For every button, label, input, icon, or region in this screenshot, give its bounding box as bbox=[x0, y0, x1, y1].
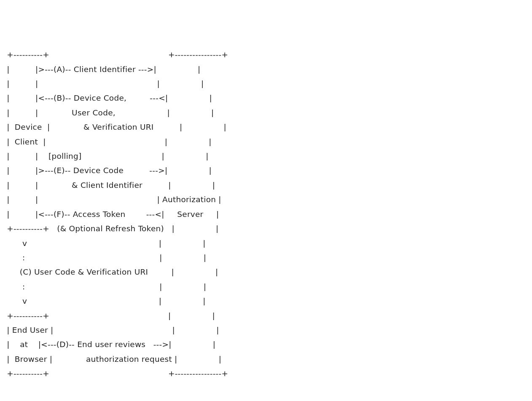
diagram-line: +----------+ | | bbox=[4, 311, 215, 320]
diagram-line: | End User | | | bbox=[4, 326, 219, 334]
diagram-line: | | | | bbox=[4, 79, 204, 88]
diagram-line: (C) User Code & Verification URI | | bbox=[4, 267, 218, 276]
diagram-line: | | | Authorization | bbox=[4, 195, 221, 204]
diagram-line: | Device | & Verification URI | | bbox=[4, 123, 226, 131]
diagram-line: | |>---(A)-- Client Identifier --->| | bbox=[4, 65, 201, 74]
diagram-line: | Browser | authorization request | | bbox=[4, 355, 221, 364]
diagram-line: | Client | | | bbox=[4, 137, 212, 146]
ascii-diagram: +----------+ +----------------+ | |>---(… bbox=[4, 48, 528, 381]
diagram-line: : | | bbox=[4, 282, 206, 291]
diagram-line: +----------+ +----------------+ bbox=[4, 50, 228, 59]
diagram-line: | at |<---(D)-- End user reviews --->| | bbox=[4, 340, 215, 349]
diagram-line: : | | bbox=[4, 253, 206, 262]
diagram-line: v | | bbox=[4, 239, 206, 248]
diagram-line: +----------+ +----------------+ bbox=[4, 369, 228, 378]
diagram-line: | | [polling] | | bbox=[4, 152, 209, 160]
diagram-line: v | | bbox=[4, 297, 206, 305]
diagram-line: | |<---(F)-- Access Token ---<| Server | bbox=[4, 210, 219, 219]
diagram-line: | |>---(E)-- Device Code --->| | bbox=[4, 166, 212, 175]
diagram-line: | |<---(B)-- Device Code, ---<| | bbox=[4, 94, 212, 102]
diagram-line: | | & Client Identifier | | bbox=[4, 181, 215, 190]
diagram-line: +----------+ (& Optional Refresh Token) … bbox=[4, 224, 218, 233]
diagram-line: | | User Code, | | bbox=[4, 108, 214, 117]
